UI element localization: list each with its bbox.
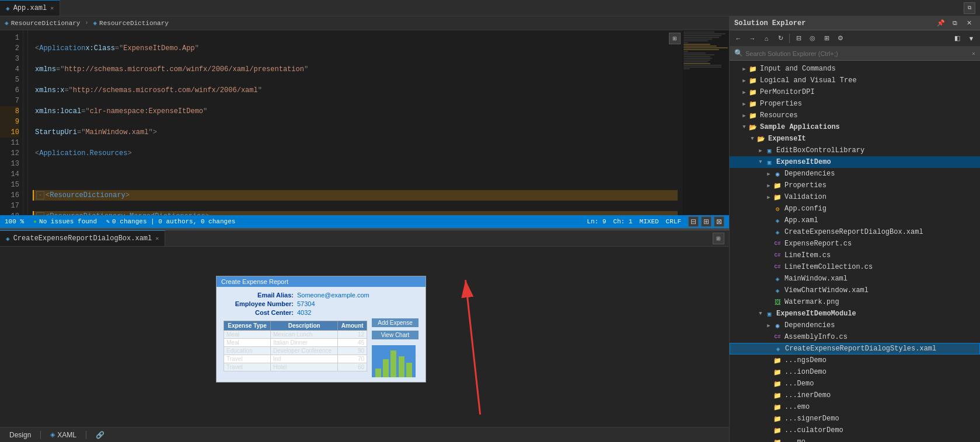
se-float-btn[interactable]: ⧉ (948, 17, 961, 30)
view-split-btn2[interactable]: ⊞ (701, 216, 712, 227)
se-forward-btn[interactable]: → (746, 32, 759, 45)
se-home-btn[interactable]: ⌂ (760, 32, 773, 45)
minimap-toggle-btn[interactable]: ⊞ (669, 33, 681, 44)
se-pending-btn[interactable]: ◎ (806, 32, 819, 45)
xaml-icon-app: ◈ (773, 216, 782, 225)
se-item-mo[interactable]: ▶ 📁 ...mo (730, 436, 980, 442)
folder-icon-expenseit: 📂 (756, 134, 766, 143)
add-expense-btn[interactable]: Add Expense (372, 318, 418, 327)
se-item-expense-report-cs[interactable]: ▶ C# ExpenseReport.cs (730, 238, 980, 250)
tab-create-expense[interactable]: ◈ CreateExpenseReportDialogBox.xaml ✕ (0, 230, 165, 246)
tab-close-app-xaml[interactable]: ✕ (50, 5, 54, 12)
se-label-dependencies: Dependencies (784, 170, 835, 178)
se-item-module-deps[interactable]: ▶ ◉ Dependencies (730, 320, 980, 331)
se-item-resources[interactable]: ▶ 📁 Resources (730, 110, 980, 121)
code-line-5: StartupUri="MainWindow.xaml"> (33, 127, 678, 138)
se-item-lineitemcollection-cs[interactable]: ▶ C# LineItemCollection.cs (730, 261, 980, 273)
se-item-app-config[interactable]: ▶ ⚙ App.config (730, 203, 980, 215)
view-chart-btn[interactable]: View Chart (372, 331, 418, 339)
se-item-calculatordemo[interactable]: ▶ 📁 ...culatorDemo (730, 425, 980, 436)
tab-app-xaml[interactable]: ◈ App.xaml ✕ (0, 0, 60, 16)
se-more-btn[interactable]: ▼ (965, 32, 978, 45)
minimap (682, 30, 729, 215)
view-split-btn3[interactable]: ⊠ (714, 216, 724, 227)
code-line-7 (33, 169, 678, 180)
search-clear-icon[interactable]: ✕ (972, 50, 975, 57)
se-label-lineitemcol-cs: LineItemCollection.cs (784, 263, 873, 271)
se-refresh-btn[interactable]: ↻ (774, 32, 787, 45)
se-item-expenseit-module[interactable]: ▼ ▣ ExpenseItDemoModule (730, 308, 980, 320)
breadcrumb-left[interactable]: ResourceDictionary (11, 20, 81, 27)
se-item-dependencies[interactable]: ▶ ◉ Dependencies (730, 168, 980, 180)
status-changes: ✎ 0 changes | 0 authors, 0 changes (106, 218, 235, 225)
se-item-properties[interactable]: ▶ 📁 Properties (730, 98, 980, 110)
design-panel[interactable]: Create Expense Report Email Alias: Someo… (0, 247, 729, 442)
bar-4 (399, 356, 404, 377)
se-item-sample-apps[interactable]: ▼ 📂 Sample Applications (730, 121, 980, 133)
bottom-tab-close[interactable]: ✕ (155, 235, 159, 242)
se-label-calculatordemo: ...culatorDemo (784, 426, 843, 434)
email-label: Email Alias: (224, 292, 294, 299)
se-pin-btn[interactable]: 📌 (934, 17, 947, 30)
view-split-btn1[interactable]: ⊟ (688, 216, 699, 227)
se-item-editbox-lib[interactable]: ▶ ▣ EditBoxControlLibrary (730, 145, 980, 156)
se-label-ngsdemo: ...ngsDemo (784, 356, 826, 364)
chevron-expenseit-demo: ▼ (756, 158, 765, 166)
status-zoom[interactable]: 100 % (5, 218, 24, 225)
se-search-input[interactable] (745, 50, 969, 57)
se-back-btn[interactable]: ← (732, 32, 745, 45)
se-label-demo: ...Demo (784, 380, 814, 388)
se-label-app-xaml-tree: App.xaml (784, 216, 818, 224)
code-line-8: -<ResourceDictionary> (33, 190, 678, 201)
se-filter-btn[interactable]: ⊞ (820, 32, 833, 45)
proj-icon-module: ▣ (765, 309, 774, 318)
code-editor[interactable]: 12345 678 9 10 1112131415 161718 19 2021… (0, 30, 729, 215)
zoom-label: 100 % (5, 218, 24, 225)
se-item-app-xaml[interactable]: ▶ ◈ App.xaml (730, 215, 980, 226)
se-item-dialog-styles[interactable]: ▶ ◈ CreateExpenseReportDialogStyles.xaml (730, 343, 980, 355)
se-item-ngsdemo[interactable]: ▶ 📁 ...ngsDemo (730, 355, 980, 366)
status-ln: Ln: 9 (587, 218, 606, 225)
se-item-input-commands[interactable]: ▶ 📁 Input and Commands (730, 63, 980, 75)
se-collapse-btn[interactable]: ⊟ (792, 32, 805, 45)
design-btn[interactable]: Design (5, 430, 36, 440)
bottom-split-btn[interactable]: ⊞ (713, 233, 724, 244)
se-item-iondemo[interactable]: ▶ 📁 ...ionDemo (730, 366, 980, 378)
se-item-signerdemo[interactable]: ▶ 📁 ...signerDemo (730, 413, 980, 425)
se-item-viewchart-xaml[interactable]: ▶ ◈ ViewChartWindow.xaml (730, 285, 980, 296)
breadcrumb-right[interactable]: ResourceDictionary (99, 20, 169, 27)
se-label-viewchart: ViewChartWindow.xaml (784, 286, 869, 294)
svg-line-1 (466, 280, 480, 415)
se-item-logical-visual[interactable]: ▶ 📁 Logical and Visual Tree (730, 75, 980, 86)
se-item-inerdemo[interactable]: ▶ 📁 ...inerDemo (730, 390, 980, 401)
split-editor-btn[interactable]: ⧉ (964, 2, 975, 14)
se-item-lineitem-cs[interactable]: ▶ C# LineItem.cs (730, 250, 980, 261)
link-btn[interactable]: 🔗 (91, 430, 109, 440)
se-auto-hide-btn[interactable]: ◧ (951, 32, 964, 45)
se-label-create-dialog: CreateExpenseReportDialogBox.xaml (784, 228, 923, 236)
se-settings-btn[interactable]: ⚙ (834, 32, 847, 45)
se-close-btn[interactable]: ✕ (962, 17, 975, 30)
se-item-demo[interactable]: ▶ 📁 ...Demo (730, 378, 980, 390)
solution-explorer: Solution Explorer 📌 ⧉ ✕ ← → ⌂ ↻ ⊟ ◎ ⊞ ⚙ (729, 16, 980, 442)
se-item-expenseit[interactable]: ▼ 📂 ExpenseIt (730, 133, 980, 145)
se-item-expenseit-demo[interactable]: ▼ ▣ ExpenseItDemo (730, 156, 980, 168)
chevron-props-folder: ▶ (765, 181, 773, 190)
xaml-icon-mainwindow: ◈ (773, 274, 782, 283)
se-item-assemblyinfo[interactable]: ▶ C# AssemblyInfo.cs (730, 331, 980, 343)
se-item-validation[interactable]: ▶ 📁 Validation (730, 191, 980, 203)
breadcrumb-sep: › (85, 20, 88, 26)
fold-9[interactable]: - (36, 212, 44, 215)
code-content[interactable]: <Application x:Class="ExpenseItDemo.App"… (28, 30, 682, 215)
se-item-props-folder[interactable]: ▶ 📁 Properties (730, 180, 980, 191)
se-item-create-dialog[interactable]: ▶ ◈ CreateExpenseReportDialogBox.xaml (730, 226, 980, 238)
se-item-emo[interactable]: ▶ 📁 ...emo (730, 401, 980, 413)
xaml-btn[interactable]: ◈XAML (46, 430, 81, 440)
proj-icon-editbox: ▣ (765, 146, 774, 155)
se-item-permonitor[interactable]: ▶ 📁 PerMonitorDPI (730, 86, 980, 98)
code-gutter (23, 30, 28, 215)
se-tree[interactable]: ▶ 📁 Input and Commands ▶ 📁 Logical and V… (730, 61, 980, 442)
fold-8[interactable]: - (36, 191, 44, 199)
se-item-mainwindow-xaml[interactable]: ▶ ◈ MainWindow.xaml (730, 273, 980, 285)
se-item-watermark-png[interactable]: ▶ 🖼 Watermark.png (730, 296, 980, 308)
